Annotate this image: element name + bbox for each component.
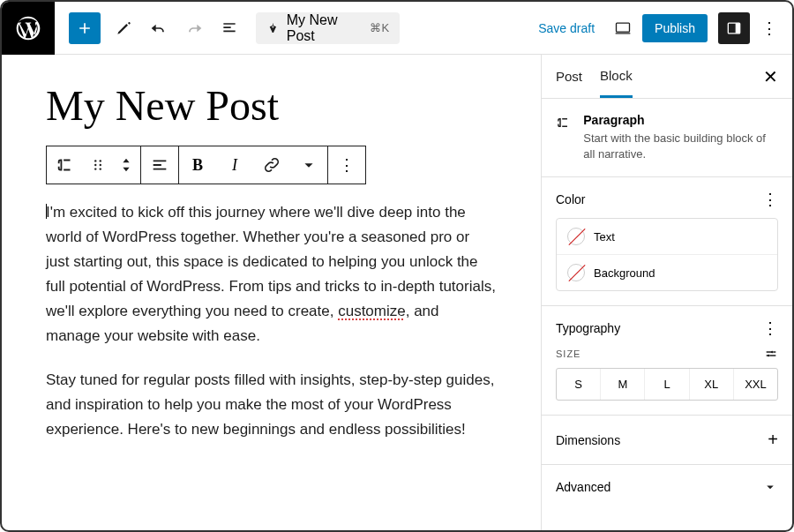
publish-button[interactable]: Publish bbox=[642, 14, 708, 42]
size-settings-icon[interactable] bbox=[764, 347, 778, 361]
block-type-desc: Start with the basic building block of a… bbox=[583, 131, 778, 162]
scrollbar-thumb[interactable] bbox=[541, 58, 542, 138]
block-type-button[interactable] bbox=[47, 146, 84, 184]
svg-point-6 bbox=[100, 164, 101, 166]
color-panel: Color ⋮ Text Background bbox=[542, 177, 792, 306]
more-rich-text-button[interactable] bbox=[290, 146, 327, 184]
bold-button[interactable]: B bbox=[179, 146, 216, 184]
block-type-name: Paragraph bbox=[583, 113, 778, 127]
tab-block[interactable]: Block bbox=[600, 56, 633, 98]
size-xl[interactable]: XL bbox=[689, 369, 733, 400]
svg-point-8 bbox=[100, 168, 101, 169]
link-button[interactable] bbox=[253, 146, 290, 184]
size-xxl[interactable]: XXL bbox=[733, 369, 777, 400]
command-shortcut: ⌘K bbox=[370, 21, 389, 34]
block-summary-panel: Paragraph Start with the basic building … bbox=[542, 99, 792, 177]
size-label: SIZE bbox=[556, 348, 581, 359]
wordpress-logo[interactable] bbox=[2, 2, 55, 55]
svg-point-7 bbox=[94, 168, 96, 169]
no-color-swatch-icon bbox=[567, 264, 585, 281]
plus-icon: + bbox=[768, 430, 778, 450]
color-text-button[interactable]: Text bbox=[557, 219, 777, 254]
align-button[interactable] bbox=[141, 146, 178, 184]
typography-panel-menu[interactable]: ⋮ bbox=[762, 320, 778, 336]
settings-sidebar-toggle[interactable] bbox=[718, 12, 750, 44]
size-l[interactable]: L bbox=[644, 369, 688, 400]
advanced-panel-toggle[interactable]: Advanced bbox=[542, 465, 792, 509]
color-background-button[interactable]: Background bbox=[557, 254, 777, 290]
svg-point-4 bbox=[100, 160, 101, 161]
svg-point-10 bbox=[768, 355, 770, 357]
settings-sidebar: Post Block ✕ Paragraph Start with the ba… bbox=[541, 55, 792, 530]
color-panel-menu[interactable]: ⋮ bbox=[762, 191, 778, 207]
add-block-button[interactable] bbox=[69, 12, 101, 44]
paragraph-icon bbox=[556, 113, 571, 132]
block-options-button[interactable]: ⋮ bbox=[328, 146, 365, 184]
options-menu-button[interactable]: ⋮ bbox=[753, 12, 785, 44]
edit-mode-button[interactable] bbox=[108, 12, 139, 44]
redo-button[interactable] bbox=[178, 12, 210, 44]
typography-panel-label: Typography bbox=[556, 321, 620, 335]
svg-rect-0 bbox=[617, 23, 630, 32]
editor-canvas[interactable]: My New Post B I ⋮ bbox=[2, 55, 541, 530]
move-block-button[interactable] bbox=[112, 146, 140, 184]
sidebar-tabs: Post Block ✕ bbox=[542, 55, 792, 99]
size-m[interactable]: M bbox=[600, 369, 644, 400]
size-s[interactable]: S bbox=[557, 369, 600, 400]
document-overview-button[interactable] bbox=[213, 12, 245, 44]
block-toolbar: B I ⋮ bbox=[46, 146, 366, 184]
dimensions-panel-toggle[interactable]: Dimensions + bbox=[542, 416, 792, 465]
post-title[interactable]: My New Post bbox=[46, 81, 497, 130]
paragraph-block-1[interactable]: I'm excited to kick off this journey whe… bbox=[46, 200, 497, 348]
close-sidebar-button[interactable]: ✕ bbox=[763, 66, 778, 87]
font-size-picker: S M L XL XXL bbox=[556, 368, 778, 401]
save-draft-button[interactable]: Save draft bbox=[529, 21, 603, 35]
preview-button[interactable] bbox=[607, 12, 639, 44]
paragraph-block-2[interactable]: Stay tuned for regular posts filled with… bbox=[46, 368, 497, 442]
top-toolbar: My New Post ⌘K Save draft Publish ⋮ bbox=[2, 2, 792, 55]
typography-panel: Typography ⋮ SIZE S M L XL XXL bbox=[542, 306, 792, 416]
svg-point-5 bbox=[94, 164, 96, 166]
document-title: My New Post bbox=[287, 12, 363, 44]
chevron-down-icon bbox=[762, 479, 778, 495]
svg-point-3 bbox=[94, 160, 96, 161]
tab-post[interactable]: Post bbox=[556, 56, 582, 96]
undo-button[interactable] bbox=[143, 12, 175, 44]
italic-button[interactable]: I bbox=[216, 146, 253, 184]
svg-rect-2 bbox=[736, 23, 740, 34]
no-color-swatch-icon bbox=[567, 228, 585, 245]
drag-handle[interactable] bbox=[84, 146, 112, 184]
pen-icon bbox=[266, 21, 280, 35]
svg-point-9 bbox=[771, 351, 774, 354]
document-title-bar[interactable]: My New Post ⌘K bbox=[256, 12, 400, 44]
color-panel-label: Color bbox=[556, 192, 585, 206]
